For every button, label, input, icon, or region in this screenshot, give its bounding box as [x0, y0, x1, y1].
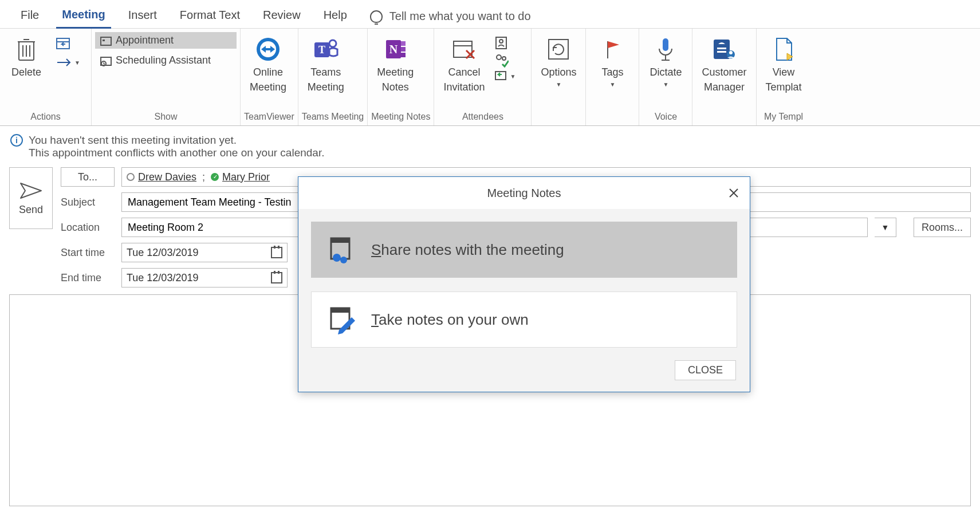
- template-icon: [772, 36, 795, 62]
- ribbon: Delete ▼ Actions Appointment Sch: [0, 29, 980, 126]
- view-templates-button[interactable]: View Templat: [760, 32, 808, 96]
- svg-point-35: [502, 57, 506, 60]
- trash-icon: [15, 37, 37, 61]
- group-attendees-label: Attendees: [438, 109, 528, 123]
- take-notes-option[interactable]: Take notes on your own: [311, 291, 737, 348]
- svg-rect-27: [401, 53, 406, 57]
- appointment-label: Appointment: [116, 34, 174, 46]
- location-dropdown[interactable]: ▼: [875, 218, 896, 237]
- recurrence-icon: [546, 37, 570, 61]
- flag-icon: [602, 38, 623, 61]
- calendar-small-icon[interactable]: [53, 33, 84, 53]
- response-options-icon[interactable]: ▼: [494, 70, 515, 82]
- dialog-title-bar: Meeting Notes: [298, 177, 750, 209]
- send-button[interactable]: Send: [9, 167, 53, 229]
- online-meeting-button[interactable]: Online Meeting: [244, 32, 292, 96]
- svg-point-33: [499, 40, 503, 43]
- customer-manager-button[interactable]: Customer Manager: [696, 32, 752, 96]
- tags-button[interactable]: Tags ▼: [589, 32, 635, 90]
- dialog-close-button[interactable]: [726, 185, 742, 201]
- options-caret-icon: ▼: [556, 81, 561, 88]
- send-label: Send: [19, 204, 43, 216]
- cancel-invitation-button[interactable]: Cancel Invitation: [438, 32, 490, 96]
- appointment-icon: [100, 35, 112, 46]
- svg-line-14: [104, 64, 105, 64]
- recipient-chip[interactable]: Mary Prior: [211, 171, 270, 183]
- svg-rect-37: [549, 40, 568, 59]
- meeting-notes-l2: Notes: [382, 81, 409, 94]
- rooms-button[interactable]: Rooms...: [914, 218, 971, 237]
- tags-label: Tags: [601, 66, 623, 79]
- cancel-l1: Cancel: [448, 66, 480, 79]
- dialog-title: Meeting Notes: [487, 187, 561, 200]
- svg-marker-49: [21, 183, 41, 198]
- end-date-field[interactable]: Tue 12/03/2019: [121, 268, 288, 287]
- svg-rect-26: [401, 47, 406, 52]
- tell-me-search[interactable]: Tell me what you want to do: [364, 10, 531, 23]
- start-time-label: Start time: [61, 247, 115, 259]
- options-label: Options: [541, 66, 576, 79]
- templates-l1: View: [773, 66, 795, 79]
- scheduling-assistant-button[interactable]: Scheduling Assistant: [95, 52, 237, 69]
- take-notes-label: Take notes on your own: [371, 311, 529, 329]
- menubar: File Meeting Insert Format Text Review H…: [0, 0, 980, 29]
- dictate-button[interactable]: Dictate ▼: [643, 32, 688, 90]
- svg-rect-44: [717, 48, 726, 49]
- appointment-button[interactable]: Appointment: [95, 32, 237, 49]
- customer-l2: Manager: [704, 81, 745, 94]
- end-time-label: End time: [61, 272, 115, 284]
- svg-rect-40: [663, 38, 668, 51]
- dictate-label: Dictate: [650, 66, 682, 79]
- menu-insert[interactable]: Insert: [123, 5, 163, 27]
- group-teamviewer-label: TeamViewer: [244, 109, 294, 123]
- microphone-icon: [654, 36, 677, 62]
- templates-l2: Templat: [766, 81, 802, 94]
- svg-rect-25: [401, 41, 406, 46]
- close-icon: [729, 188, 739, 198]
- meeting-notes-button[interactable]: N Meeting Notes: [371, 32, 419, 96]
- send-icon: [18, 181, 44, 200]
- menu-format-text[interactable]: Format Text: [174, 5, 246, 27]
- group-show-label: Show: [95, 109, 237, 123]
- dialog-close-text-button[interactable]: CLOSE: [675, 360, 736, 380]
- menu-file[interactable]: File: [15, 5, 45, 27]
- group-voice-label: Voice: [643, 109, 688, 123]
- onenote-icon: N: [381, 36, 409, 63]
- address-book-icon[interactable]: [494, 36, 515, 50]
- calendar-icon[interactable]: [271, 272, 282, 283]
- meeting-notes-l1: Meeting: [377, 66, 414, 79]
- recipient-name: Drew Davies: [138, 171, 196, 183]
- tags-caret-icon: ▼: [610, 81, 616, 88]
- info-icon: i: [10, 134, 23, 147]
- options-button[interactable]: Options ▼: [535, 32, 582, 90]
- svg-point-54: [333, 254, 341, 262]
- cancel-invitation-icon: [450, 37, 478, 62]
- end-date-value: Tue 12/03/2019: [127, 272, 198, 284]
- take-notes-icon: [326, 305, 356, 334]
- calendar-icon[interactable]: [271, 247, 282, 258]
- info-line-1: You haven't sent this meeting invitation…: [29, 134, 324, 147]
- share-notes-option[interactable]: Share notes with the meeting: [311, 222, 737, 278]
- subject-label: Subject: [61, 196, 115, 208]
- delete-button[interactable]: Delete: [3, 32, 49, 81]
- menu-review[interactable]: Review: [257, 5, 306, 27]
- check-names-icon[interactable]: [494, 53, 515, 68]
- recipient-chip[interactable]: Drew Davies: [127, 171, 196, 183]
- forward-dropdown[interactable]: ▼: [53, 55, 84, 70]
- start-date-field[interactable]: Tue 12/03/2019: [121, 243, 288, 262]
- share-notes-icon: [326, 235, 356, 265]
- menu-help[interactable]: Help: [318, 5, 353, 27]
- dictate-caret-icon: ▼: [663, 81, 669, 88]
- svg-text:T: T: [318, 44, 325, 56]
- to-button[interactable]: To...: [61, 167, 115, 187]
- svg-marker-39: [608, 41, 619, 48]
- scheduling-icon: [100, 55, 112, 66]
- meeting-notes-dialog: Meeting Notes Share notes with the meeti…: [298, 176, 750, 392]
- teams-meeting-button[interactable]: T Teams Meeting: [302, 32, 350, 96]
- customer-l1: Customer: [702, 66, 746, 79]
- svg-rect-10: [103, 40, 105, 41]
- menu-meeting[interactable]: Meeting: [56, 5, 111, 29]
- svg-text:N: N: [389, 43, 398, 56]
- info-line-2: This appointment conflicts with another …: [29, 147, 324, 159]
- svg-rect-45: [717, 51, 726, 53]
